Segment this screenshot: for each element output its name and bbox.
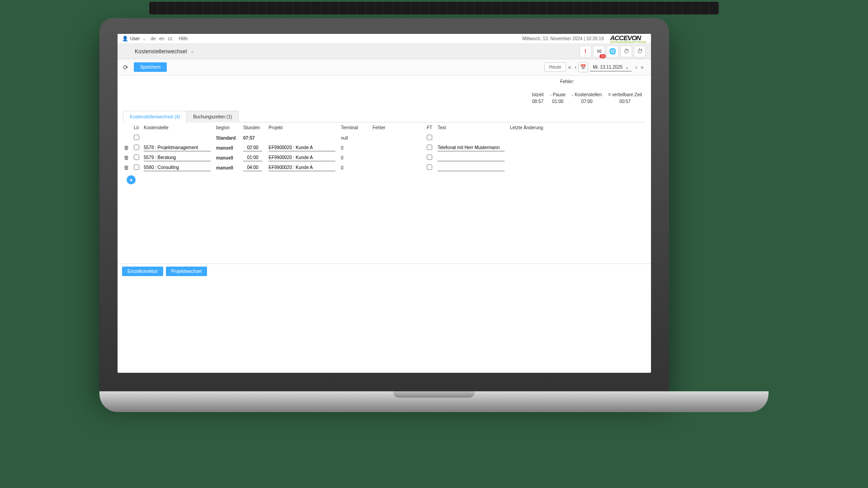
add-row-button[interactable]: + bbox=[127, 175, 136, 184]
topbar: 👤 User ⌄ de en cz Hilfe Mittwoch, 13. No… bbox=[118, 34, 651, 44]
fehler-label: Fehler: bbox=[127, 79, 642, 84]
col-stunden: Stunden bbox=[242, 123, 268, 132]
summary-label: - Kostenstellen bbox=[572, 92, 602, 97]
text-input[interactable] bbox=[438, 154, 505, 161]
terminal-value: 0 bbox=[340, 155, 372, 160]
einzelkorrektur-button[interactable]: Einzelkorrektur bbox=[122, 267, 163, 276]
projektwechsel-button[interactable]: Projektwechsel bbox=[166, 267, 207, 276]
col-projekt: Projekt bbox=[268, 123, 340, 132]
kostenstelle-input[interactable] bbox=[144, 164, 211, 171]
text-input[interactable] bbox=[438, 144, 505, 151]
tab-kostenstellenwechsel[interactable]: Kostenstellenwechsel (4) bbox=[123, 111, 187, 122]
col-text: Text bbox=[437, 123, 509, 132]
text-input[interactable] bbox=[438, 164, 505, 171]
date-picker[interactable]: Mi. 13.11.2025 ⌄ bbox=[590, 63, 632, 71]
globe-button[interactable]: 🌐 bbox=[607, 46, 618, 57]
tabs: Kostenstellenwechsel (4) Buchungszeiten … bbox=[123, 110, 646, 122]
save-button[interactable]: Speichern bbox=[134, 62, 167, 72]
summary-value: 07:00 bbox=[572, 99, 602, 104]
ft-checkbox[interactable] bbox=[427, 145, 432, 150]
col-kostenstelle: Kostenstelle bbox=[143, 123, 215, 132]
chevron-down-icon: ⌄ bbox=[625, 65, 629, 70]
alert-button[interactable]: ! bbox=[580, 46, 591, 57]
datetime: Mittwoch, 13. November 2024 | 10:26:19 bbox=[523, 36, 604, 41]
toolbar: ⟳ Speichern Heute « ‹ 📅 Mi. 13.11.2025 ⌄… bbox=[118, 59, 651, 75]
calendar-icon[interactable]: 📅 bbox=[578, 62, 588, 72]
stunden-input[interactable] bbox=[243, 164, 262, 171]
trash-icon[interactable]: 🗑 bbox=[124, 164, 129, 171]
projekt-input[interactable] bbox=[269, 144, 335, 151]
delete-checkbox[interactable] bbox=[134, 164, 139, 170]
grid-header-row: Lö Kostenstelle beginn Stunden Projekt T… bbox=[123, 122, 646, 133]
delete-checkbox[interactable] bbox=[134, 145, 139, 150]
refresh-icon[interactable]: ⟳ bbox=[123, 64, 128, 71]
ft-checkbox[interactable] bbox=[427, 135, 432, 140]
col-beginn: beginn bbox=[215, 123, 242, 132]
mail-badge: 23 bbox=[599, 54, 606, 58]
page-title: Kostenstellenwechsel bbox=[135, 48, 187, 55]
footer-bar: Einzelkorrektur Projektwechsel bbox=[118, 263, 651, 279]
timer-in-button[interactable]: ⏱ bbox=[620, 46, 632, 57]
table-row: 🗑 manuell 0 bbox=[123, 163, 646, 173]
summary-value: 00:57 bbox=[608, 99, 642, 104]
navbar: Kostenstellenwechsel ⌄ ! ✉23 🌐 ⏱ ⏱ bbox=[118, 44, 651, 59]
lang-de[interactable]: de bbox=[151, 36, 156, 41]
user-label[interactable]: User bbox=[130, 36, 140, 41]
nav-last-icon[interactable]: » bbox=[639, 64, 646, 70]
nav-next-icon[interactable]: › bbox=[633, 64, 639, 70]
summary-label: Istzeit bbox=[532, 92, 543, 97]
summary-label: - Pause bbox=[550, 92, 566, 97]
ft-checkbox[interactable] bbox=[427, 164, 432, 170]
kostenstelle-input[interactable] bbox=[144, 144, 211, 151]
trash-icon[interactable]: 🗑 bbox=[124, 145, 129, 151]
brand-logo: ACCEVON UNTERNEHMENSSOFTWARE bbox=[610, 34, 646, 43]
nav-first-icon[interactable]: « bbox=[566, 64, 573, 70]
delete-checkbox[interactable] bbox=[134, 155, 139, 160]
date-picker-value: Mi. 13.11.2025 bbox=[593, 65, 623, 70]
summary-value: 01:00 bbox=[550, 99, 566, 104]
stunden-input[interactable] bbox=[243, 144, 262, 151]
timer-out-button[interactable]: ⏱ bbox=[634, 46, 646, 57]
tab-buchungszeiten[interactable]: Buchungszeiten (1) bbox=[186, 111, 239, 122]
nav-prev-icon[interactable]: ‹ bbox=[573, 64, 578, 70]
delete-checkbox[interactable] bbox=[134, 135, 139, 140]
col-ft: FT bbox=[426, 123, 437, 132]
terminal-value: null bbox=[340, 136, 372, 141]
lang-en[interactable]: en bbox=[159, 36, 164, 41]
ft-checkbox[interactable] bbox=[427, 155, 432, 160]
stunden-value: 07:57 bbox=[243, 136, 255, 141]
summary-label: = verteilbare Zeit bbox=[608, 92, 642, 97]
kostenstelle-input[interactable] bbox=[144, 154, 211, 161]
summary-panel: Fehler: Istzeit 08:57- Pause 01:00- Kost… bbox=[118, 75, 651, 107]
col-loeschen: Lö bbox=[133, 123, 143, 132]
today-button[interactable]: Heute bbox=[544, 62, 566, 72]
table-row: 🗑 manuell 0 bbox=[123, 153, 646, 163]
mail-button[interactable]: ✉23 bbox=[593, 46, 605, 57]
help-link[interactable]: Hilfe bbox=[179, 36, 188, 41]
table-row: 🗑 manuell 0 bbox=[123, 143, 646, 153]
col-terminal: Terminal bbox=[340, 123, 372, 132]
user-caret-icon[interactable]: ⌄ bbox=[142, 36, 146, 41]
col-fehler: Fehler bbox=[372, 123, 426, 132]
user-icon: 👤 bbox=[122, 36, 128, 42]
table-row: Standard 07:57 null bbox=[123, 133, 646, 143]
projekt-input[interactable] bbox=[269, 154, 335, 161]
terminal-value: 0 bbox=[340, 145, 372, 150]
summary-value: 08:57 bbox=[532, 99, 543, 104]
stunden-input[interactable] bbox=[243, 154, 262, 161]
terminal-value: 0 bbox=[340, 165, 372, 170]
page-title-dropdown-icon[interactable]: ⌄ bbox=[190, 48, 194, 54]
lang-cz[interactable]: cz bbox=[168, 36, 172, 41]
trash-icon[interactable]: 🗑 bbox=[124, 155, 129, 161]
data-grid: Lö Kostenstelle beginn Stunden Projekt T… bbox=[123, 122, 646, 184]
col-letzte-aenderung: Letzte Änderung bbox=[509, 123, 554, 132]
projekt-input[interactable] bbox=[269, 164, 335, 171]
